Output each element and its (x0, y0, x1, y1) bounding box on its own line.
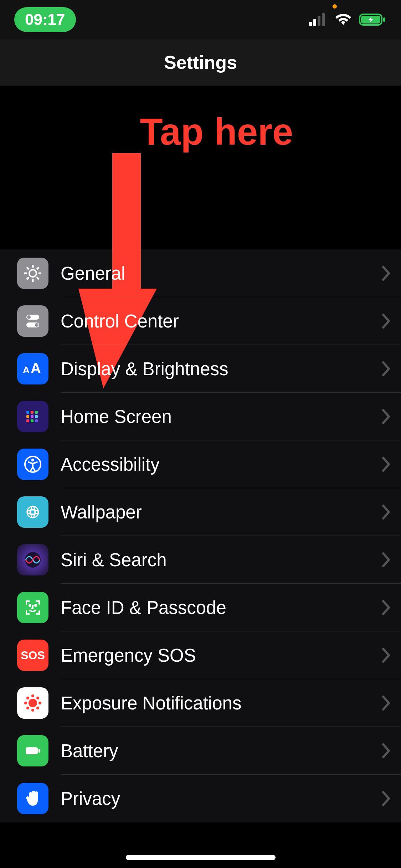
general-gear-icon (17, 258, 48, 289)
home-screen-icon (17, 401, 48, 432)
nav-header: Settings (0, 39, 401, 86)
siri-icon (17, 544, 48, 575)
svg-rect-25 (31, 411, 34, 414)
wifi-icon (334, 13, 353, 26)
wallpaper-icon (17, 496, 48, 528)
row-label: Privacy (61, 788, 382, 809)
row-wallpaper[interactable]: Wallpaper (0, 488, 401, 536)
face-id-icon (17, 592, 48, 623)
exposure-notifications-icon (17, 687, 48, 719)
svg-point-46 (38, 702, 41, 704)
row-label: Face ID & Passcode (61, 597, 382, 618)
svg-line-17 (27, 277, 29, 279)
row-home-screen[interactable]: Home Screen (0, 393, 401, 440)
row-emergency-sos[interactable]: SOS Emergency SOS (0, 631, 401, 679)
chevron-right-icon (382, 552, 391, 568)
row-label: Control Center (61, 311, 382, 332)
svg-rect-29 (35, 415, 38, 418)
svg-rect-3 (322, 13, 325, 26)
chevron-right-icon (382, 456, 391, 472)
svg-point-43 (31, 694, 34, 697)
svg-rect-24 (26, 411, 29, 414)
home-indicator[interactable] (126, 855, 276, 860)
sos-icon: SOS (17, 640, 48, 671)
svg-point-44 (31, 709, 34, 712)
row-general[interactable]: General (0, 249, 401, 297)
page-title: Settings (164, 52, 237, 73)
svg-rect-2 (318, 16, 320, 26)
chevron-right-icon (382, 265, 391, 281)
chevron-right-icon (382, 409, 391, 424)
svg-point-47 (26, 697, 29, 699)
chevron-right-icon (382, 504, 391, 520)
row-accessibility[interactable]: Accessibility (0, 440, 401, 488)
row-control-center[interactable]: Control Center (0, 297, 401, 345)
svg-point-36 (27, 506, 38, 518)
svg-point-40 (29, 605, 31, 606)
svg-rect-27 (26, 415, 29, 418)
row-face-id-passcode[interactable]: Face ID & Passcode (0, 584, 401, 631)
svg-rect-31 (31, 419, 34, 422)
chevron-right-icon (382, 361, 391, 377)
svg-point-37 (27, 510, 38, 514)
svg-point-48 (36, 697, 39, 699)
svg-point-9 (29, 270, 36, 277)
row-display-brightness[interactable]: AA Display & Brightness (0, 345, 401, 393)
svg-point-19 (27, 315, 31, 319)
accessibility-icon (17, 449, 48, 480)
chevron-right-icon (382, 600, 391, 615)
svg-rect-0 (309, 22, 312, 26)
svg-point-34 (31, 459, 34, 461)
row-label: Exposure Notifications (61, 693, 382, 714)
svg-rect-51 (26, 747, 38, 754)
bottom-safe-area (0, 839, 401, 868)
battery-icon (17, 735, 48, 766)
svg-point-41 (35, 605, 36, 606)
svg-text:A: A (31, 361, 41, 376)
row-label: Display & Brightness (61, 358, 382, 379)
chevron-right-icon (382, 743, 391, 759)
microphone-indicator-dot (333, 4, 337, 9)
display-brightness-icon: AA (17, 353, 48, 384)
row-label: Home Screen (61, 406, 382, 427)
svg-rect-32 (35, 419, 38, 422)
status-right (309, 13, 387, 26)
status-bar: 09:17 (0, 0, 401, 39)
battery-charging-icon (359, 13, 387, 26)
svg-line-16 (37, 267, 39, 269)
svg-rect-28 (31, 415, 34, 418)
chevron-right-icon (382, 313, 391, 329)
row-battery[interactable]: Battery (0, 727, 401, 775)
row-label: Battery (61, 740, 382, 761)
chevron-right-icon (382, 695, 391, 711)
cellular-signal-icon (309, 13, 328, 26)
svg-rect-1 (313, 19, 316, 26)
row-exposure-notifications[interactable]: Exposure Notifications (0, 679, 401, 727)
privacy-hand-icon (17, 783, 48, 814)
row-label: General (61, 263, 382, 284)
svg-point-21 (35, 323, 38, 327)
svg-rect-6 (383, 17, 385, 22)
annotation-overlay: Tap here (0, 86, 401, 249)
annotation-text: Tap here (140, 110, 293, 153)
svg-point-50 (36, 707, 39, 709)
svg-rect-30 (26, 419, 29, 422)
row-siri-search[interactable]: Siri & Search (0, 536, 401, 584)
row-label: Siri & Search (61, 549, 382, 570)
svg-point-45 (24, 702, 27, 704)
svg-line-14 (27, 267, 29, 269)
row-label: Wallpaper (61, 502, 382, 523)
chevron-right-icon (382, 647, 391, 663)
svg-text:A: A (23, 365, 30, 375)
status-time-pill[interactable]: 09:17 (14, 7, 76, 32)
svg-rect-52 (38, 749, 40, 753)
svg-point-49 (26, 707, 29, 709)
row-privacy[interactable]: Privacy (0, 775, 401, 822)
settings-list[interactable]: General Control Center AA Display & Brig… (0, 249, 401, 822)
svg-line-15 (37, 277, 39, 279)
row-label: Accessibility (61, 454, 382, 475)
chevron-right-icon (382, 791, 391, 806)
row-label: Emergency SOS (61, 645, 382, 666)
svg-point-38 (31, 506, 35, 518)
control-center-icon (17, 305, 48, 337)
